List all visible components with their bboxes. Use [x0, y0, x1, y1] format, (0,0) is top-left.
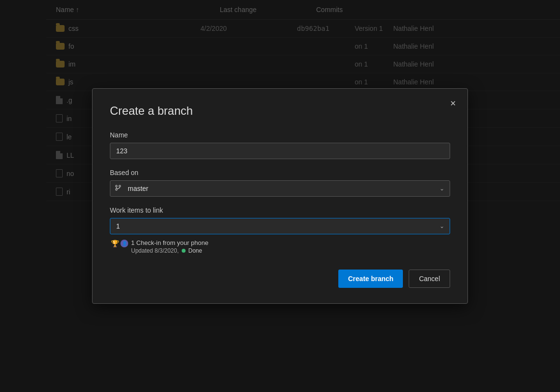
work-item-info: 🏆 👤 1 Check-in from your phone Updated 8… [110, 239, 450, 254]
person-badge-icon: 👤 [120, 240, 128, 247]
work-items-form-group: Work items to link 1 ⌄ 🏆 👤 1 Check-in fr… [110, 206, 450, 254]
status-dot-icon [182, 249, 186, 253]
name-label: Name [110, 131, 450, 139]
work-item-status: Done [188, 247, 202, 254]
work-item-text: 1 Check-in from your phone Updated 8/3/2… [131, 239, 208, 254]
based-on-select-wrapper: master ⌄ [110, 180, 450, 197]
based-on-select[interactable]: master [110, 180, 450, 197]
create-branch-modal: × Create a branch Name Based on [92, 88, 468, 304]
modal-title: Create a branch [110, 104, 450, 118]
create-branch-button[interactable]: Create branch [338, 270, 403, 288]
cancel-button[interactable]: Cancel [409, 270, 450, 288]
modal-overlay: × Create a branch Name Based on [0, 0, 560, 392]
modal-footer: Create branch Cancel [110, 270, 450, 288]
based-on-label: Based on [110, 169, 450, 176]
name-form-group: Name [110, 131, 450, 159]
work-item-updated: Updated 8/3/2020, [131, 247, 179, 254]
work-item-meta: Updated 8/3/2020, Done [131, 247, 208, 254]
based-on-form-group: Based on master ⌄ [110, 169, 450, 197]
work-items-select-wrapper: 1 ⌄ [110, 218, 450, 234]
trophy-icon: 🏆 [111, 240, 119, 247]
work-item-title: 1 Check-in from your phone [131, 239, 208, 246]
close-button[interactable]: × [446, 96, 460, 110]
name-input[interactable] [110, 143, 450, 159]
work-item-icons: 🏆 👤 [111, 240, 128, 247]
work-items-select[interactable]: 1 [110, 218, 450, 234]
work-items-label: Work items to link [110, 206, 450, 214]
